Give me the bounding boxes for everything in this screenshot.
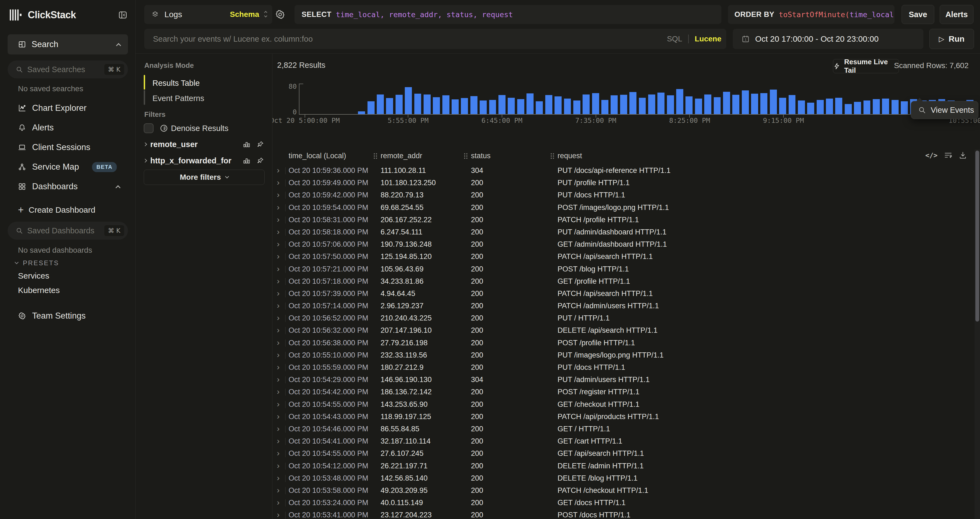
- table-row[interactable]: ›Oct 20 10:57:14.000 PM2.96.129.237200PA…: [272, 300, 975, 312]
- histogram-bar[interactable]: [461, 98, 468, 114]
- histogram-bar[interactable]: [751, 94, 758, 114]
- histogram-bar[interactable]: [789, 95, 796, 114]
- select-query-input[interactable]: SELECT time_local, remote_addr, status, …: [294, 5, 721, 24]
- histogram-bar[interactable]: [582, 94, 590, 115]
- sidebar-item-alerts[interactable]: Alerts: [8, 118, 128, 137]
- histogram-bar[interactable]: [489, 100, 496, 115]
- row-expand-chevron-icon[interactable]: ›: [277, 178, 280, 186]
- row-expand-chevron-icon[interactable]: ›: [277, 191, 280, 199]
- histogram-bar[interactable]: [423, 94, 431, 115]
- table-row[interactable]: ›Oct 20 10:53:58.000 PM49.203.209.95200P…: [272, 484, 975, 497]
- sidebar-item-chart-explorer[interactable]: Chart Explorer: [8, 98, 128, 118]
- row-expand-chevron-icon[interactable]: ›: [277, 412, 280, 420]
- histogram-bar[interactable]: [676, 89, 683, 115]
- drag-handle-icon[interactable]: [464, 153, 468, 159]
- histogram-bar[interactable]: [508, 98, 515, 114]
- drag-handle-icon[interactable]: [374, 153, 377, 159]
- histogram-bar[interactable]: [358, 111, 365, 114]
- row-expand-chevron-icon[interactable]: ›: [277, 462, 280, 470]
- table-row[interactable]: ›Oct 20 10:56:32.000 PM207.147.196.10200…: [272, 324, 975, 337]
- histogram-bar[interactable]: [414, 94, 422, 114]
- histogram-bar[interactable]: [723, 92, 730, 115]
- table-row[interactable]: ›Oct 20 10:53:24.000 PM40.0.115.149200GE…: [272, 497, 975, 509]
- view-events-tooltip[interactable]: View Events: [911, 101, 978, 119]
- sidebar-item-services[interactable]: Services: [18, 271, 49, 280]
- presets-toggle[interactable]: PRESETS: [15, 259, 59, 267]
- table-row[interactable]: ›Oct 20 10:53:41.000 PM23.127.204.223200…: [272, 509, 975, 519]
- histogram-bar[interactable]: [873, 99, 880, 114]
- search-input[interactable]: Search your events w/ Lucene ex. column:…: [144, 29, 726, 49]
- column-header-remote-addr[interactable]: remote_addr: [374, 152, 422, 160]
- table-row[interactable]: ›Oct 20 10:59:42.000 PM88.220.79.13200PU…: [272, 189, 975, 201]
- row-expand-chevron-icon[interactable]: ›: [277, 449, 280, 457]
- row-expand-chevron-icon[interactable]: ›: [277, 425, 280, 433]
- row-expand-chevron-icon[interactable]: ›: [277, 339, 280, 347]
- histogram-bar[interactable]: [470, 96, 477, 114]
- histogram-bar[interactable]: [573, 100, 581, 114]
- more-filters-button[interactable]: More filters: [144, 170, 265, 185]
- row-expand-chevron-icon[interactable]: ›: [277, 289, 280, 297]
- histogram-bar[interactable]: [695, 99, 702, 115]
- row-expand-chevron-icon[interactable]: ›: [277, 400, 280, 408]
- table-row[interactable]: ›Oct 20 10:54:46.000 PM86.55.84.85200GET…: [272, 423, 975, 435]
- histogram-bar[interactable]: [405, 87, 412, 114]
- column-header-request[interactable]: request: [550, 152, 582, 160]
- denoise-checkbox[interactable]: [144, 123, 154, 133]
- field-chart-icon[interactable]: [243, 140, 250, 148]
- wrap-text-icon[interactable]: [944, 151, 952, 159]
- histogram-bar[interactable]: [864, 100, 870, 114]
- histogram-bar[interactable]: [835, 98, 842, 114]
- histogram-bar[interactable]: [536, 101, 543, 115]
- row-expand-chevron-icon[interactable]: ›: [277, 511, 280, 519]
- histogram-bar[interactable]: [480, 100, 487, 114]
- row-expand-chevron-icon[interactable]: ›: [277, 215, 280, 224]
- table-row[interactable]: ›Oct 20 10:57:18.000 PM34.233.81.86200GE…: [272, 275, 975, 288]
- row-expand-chevron-icon[interactable]: ›: [277, 326, 280, 334]
- row-expand-chevron-icon[interactable]: ›: [277, 486, 280, 494]
- histogram-bar[interactable]: [798, 100, 805, 114]
- histogram-bar[interactable]: [714, 97, 721, 115]
- mode-event-patterns[interactable]: Event Patterns: [153, 94, 204, 103]
- histogram-bar[interactable]: [452, 99, 459, 114]
- row-expand-chevron-icon[interactable]: ›: [277, 437, 280, 445]
- histogram-bar[interactable]: [845, 104, 852, 115]
- row-expand-chevron-icon[interactable]: ›: [277, 166, 280, 174]
- histogram-bar[interactable]: [498, 95, 506, 114]
- row-expand-chevron-icon[interactable]: ›: [277, 498, 280, 506]
- histogram-bar[interactable]: [377, 94, 384, 115]
- row-expand-chevron-icon[interactable]: ›: [277, 474, 280, 482]
- histogram-bar[interactable]: [555, 96, 562, 114]
- denoise-label[interactable]: Denoise Results: [171, 124, 228, 133]
- histogram-bar[interactable]: [807, 103, 814, 115]
- time-range-picker[interactable]: 1 Oct 20 17:00:00 - Oct 20 23:00:00: [733, 29, 923, 49]
- filter-field-http-x-forwarded-for[interactable]: http_x_forwarded_for: [144, 154, 264, 167]
- sidebar-item-search[interactable]: Search: [8, 34, 128, 54]
- row-expand-chevron-icon[interactable]: ›: [277, 314, 280, 322]
- table-row[interactable]: ›Oct 20 10:55:59.000 PM180.27.212.9200PU…: [272, 361, 975, 374]
- histogram-bar[interactable]: [517, 99, 524, 114]
- saved-dashboards-input[interactable]: Saved Dashboards ⌘ K: [8, 222, 128, 240]
- row-expand-chevron-icon[interactable]: ›: [277, 252, 280, 260]
- histogram-bar[interactable]: [368, 101, 375, 115]
- sidebar-item-dashboards[interactable]: Dashboards: [8, 177, 128, 196]
- mode-results-table[interactable]: Results Table: [153, 79, 200, 88]
- code-view-icon[interactable]: </>: [925, 151, 937, 159]
- table-row[interactable]: ›Oct 20 10:57:06.000 PM190.79.136.248200…: [272, 238, 975, 250]
- histogram-bar[interactable]: [611, 95, 618, 114]
- source-selector[interactable]: Logs Schema: [144, 5, 272, 24]
- table-row[interactable]: ›Oct 20 10:54:41.000 PM32.187.110.114200…: [272, 435, 975, 447]
- histogram-bar[interactable]: [386, 98, 393, 114]
- sidebar-item-client-sessions[interactable]: Client Sessions: [8, 137, 128, 157]
- run-button[interactable]: ▷ Run: [929, 29, 974, 49]
- resume-live-tail-button[interactable]: Resume Live Tail: [833, 59, 899, 73]
- alerts-button[interactable]: Alerts: [940, 5, 974, 24]
- row-expand-chevron-icon[interactable]: ›: [277, 265, 280, 273]
- histogram-bar[interactable]: [826, 99, 833, 115]
- histogram-bar[interactable]: [882, 99, 889, 115]
- lucene-mode-toggle[interactable]: Lucene: [695, 35, 721, 43]
- histogram-bar[interactable]: [760, 93, 767, 115]
- pin-icon[interactable]: [256, 140, 264, 148]
- sidebar-item-service-map[interactable]: Service Map BETA: [8, 157, 128, 177]
- drag-handle-icon[interactable]: [550, 153, 554, 159]
- histogram-bar[interactable]: [620, 95, 627, 114]
